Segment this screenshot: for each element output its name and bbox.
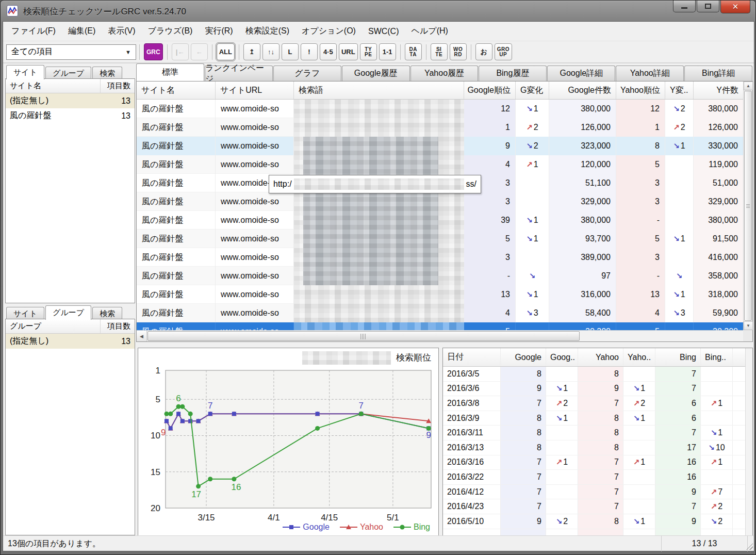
cell-y_rank: 1 — [616, 118, 665, 137]
toolbar-button[interactable]: SI TE — [431, 43, 448, 60]
toolbar-button[interactable]: ALL — [217, 43, 235, 60]
vertical-scrollbar[interactable]: ▲ ▼ — [743, 81, 752, 330]
list-column-header[interactable]: 項目数 — [101, 321, 135, 331]
list-column-header[interactable]: サイト名 — [6, 79, 101, 93]
column-header[interactable]: Bing.. — [701, 348, 733, 366]
url-tooltip-suffix: ss/ — [466, 179, 476, 189]
tab-グループ[interactable]: グループ — [45, 305, 91, 320]
toolbar-button[interactable]: L — [282, 43, 299, 60]
toolbar-button[interactable]: |← — [172, 43, 189, 60]
history-row[interactable]: 2016/3/11887↘1 — [443, 426, 745, 440]
menu-item[interactable]: オプション(O) — [295, 22, 362, 40]
toolbar-button[interactable]: WO RD — [450, 43, 467, 60]
tab-Yahoo詳細[interactable]: Yahoo詳細 — [616, 66, 684, 81]
history-scrollbar[interactable] — [745, 348, 752, 535]
menu-item[interactable]: SWC(C) — [362, 23, 405, 40]
column-header[interactable]: サイトURL — [216, 81, 294, 99]
menu-item[interactable]: ヘルプ(H) — [405, 22, 454, 40]
window-title: 検索順位チェックツールGRC ver.5.24.70 — [23, 6, 186, 18]
column-header[interactable]: G変化 — [516, 81, 549, 99]
maximize-button[interactable] — [697, 0, 719, 12]
toolbar-button[interactable]: GRO UP — [495, 43, 512, 60]
tab-検索[interactable]: 検索 — [92, 307, 122, 320]
tab-Google履歴[interactable]: Google履歴 — [342, 66, 410, 81]
history-row[interactable]: 2016/3/5887 — [443, 367, 745, 382]
toolbar-button[interactable]: URL — [339, 43, 358, 60]
cell-site: 風の羅針盤 — [137, 248, 216, 267]
list-item[interactable]: (指定無し)13 — [6, 334, 135, 349]
toolbar-button[interactable]: 4·5 — [320, 43, 337, 60]
history-row[interactable]: 2016/5/109↘28↘19↘2 — [443, 514, 745, 529]
toolbar-button[interactable]: お — [475, 43, 492, 60]
history-row[interactable]: 2016/3/87↗27↗26↗1 — [443, 396, 745, 411]
column-header[interactable]: Yaho.. — [623, 348, 655, 366]
cell-g_rank: 4 — [464, 155, 516, 174]
tab-Bing詳細[interactable]: Bing詳細 — [684, 66, 752, 81]
column-header[interactable]: Y変.. — [665, 81, 694, 99]
history-row[interactable]: 2016/3/227716 — [443, 470, 745, 485]
tab-グループ[interactable]: グループ — [45, 67, 91, 79]
legend-bing: Bing — [393, 523, 430, 532]
menu-item[interactable]: 表示(V) — [102, 22, 141, 40]
column-header[interactable]: Yahoo順位 — [616, 81, 665, 99]
item-filter-dropdown[interactable]: 全ての項目 ▼ — [6, 44, 136, 60]
column-header[interactable]: Google件数 — [549, 81, 616, 99]
arrow-down-icon: ↘ — [526, 234, 533, 243]
tab-ランクインページ[interactable]: ランクインページ — [205, 66, 273, 81]
close-button[interactable]: ✕ — [720, 0, 750, 13]
menu-item[interactable]: 編集(E) — [62, 22, 102, 40]
svg-text:5/1: 5/1 — [387, 513, 399, 523]
horizontal-scrollbar-thumb[interactable] — [147, 331, 580, 341]
column-header[interactable]: Google順位 — [464, 81, 516, 99]
tab-標準[interactable]: 標準 — [136, 63, 204, 81]
vertical-scrollbar-thumb[interactable] — [744, 91, 752, 321]
column-header[interactable]: 検索語 — [294, 81, 464, 99]
column-header[interactable]: Goog.. — [546, 348, 578, 366]
list-column-header[interactable]: 項目数 — [101, 81, 135, 91]
tab-Google詳細[interactable]: Google詳細 — [547, 66, 615, 81]
titlebar[interactable]: 検索順位チェックツールGRC ver.5.24.70 ✕ — [1, 1, 755, 21]
column-header[interactable]: Y件数 — [694, 81, 744, 99]
toolbar-button[interactable]: ↑↓ — [262, 43, 280, 60]
tab-グラフ[interactable]: グラフ — [273, 66, 341, 81]
change-cell — [623, 426, 655, 440]
column-header[interactable]: Bing — [655, 348, 701, 366]
tab-サイト[interactable]: サイト — [6, 65, 44, 79]
menu-item[interactable]: 実行(R) — [199, 22, 239, 40]
history-row[interactable]: 2016/3/98↘18↘16 — [443, 411, 745, 426]
history-row[interactable]: 2016/3/69↘19↘17 — [443, 382, 745, 397]
list-item[interactable]: (指定無し)13 — [6, 93, 135, 108]
tab-サイト[interactable]: サイト — [6, 307, 44, 320]
column-header[interactable]: 日付 — [443, 348, 501, 366]
column-header[interactable]: サイト名 — [137, 81, 216, 99]
column-header[interactable]: Google — [501, 348, 546, 366]
tab-検索[interactable]: 検索 — [92, 67, 122, 79]
menu-item[interactable]: ファイル(F) — [5, 22, 62, 40]
cell-empty — [443, 529, 501, 535]
toolbar-button[interactable]: ↥ — [243, 43, 260, 60]
toolbar-button[interactable]: 1-1 — [379, 43, 396, 60]
scroll-up-icon[interactable]: ▲ — [744, 81, 753, 90]
change-value: 1 — [681, 234, 685, 243]
horizontal-scrollbar[interactable]: ◀ — [137, 330, 743, 341]
menu-item[interactable]: 検索設定(S) — [239, 22, 295, 40]
minimize-button[interactable] — [673, 0, 696, 12]
tab-Bing履歴[interactable]: Bing履歴 — [479, 66, 547, 81]
column-header[interactable]: Yahoo — [578, 348, 623, 366]
toolbar-button[interactable]: ← — [191, 43, 208, 60]
list-item[interactable]: 風の羅針盤13 — [6, 108, 135, 123]
history-row[interactable]: 2016/4/12779↗7 — [443, 485, 745, 500]
toolbar-button[interactable]: GRC — [144, 43, 163, 60]
toolbar-button[interactable]: DA TA — [405, 43, 422, 60]
scroll-left-icon[interactable]: ◀ — [137, 331, 147, 341]
toolbar-button[interactable]: ! — [301, 43, 318, 60]
menu-item[interactable]: ブラウズ(B) — [142, 22, 199, 40]
toolbar-button[interactable]: TY PE — [360, 43, 377, 60]
cell-y_count: 380,000 — [694, 211, 743, 230]
tab-Yahoo履歴[interactable]: Yahoo履歴 — [410, 66, 479, 81]
history-row[interactable]: 2016/3/138817↘10 — [443, 440, 745, 455]
list-column-header[interactable]: グループ — [6, 319, 101, 333]
scroll-down-icon[interactable]: ▼ — [744, 321, 753, 330]
history-row[interactable]: 2016/3/167↗17↗116↗1 — [443, 455, 745, 470]
history-row[interactable]: 2016/4/23777↗2 — [443, 499, 745, 514]
